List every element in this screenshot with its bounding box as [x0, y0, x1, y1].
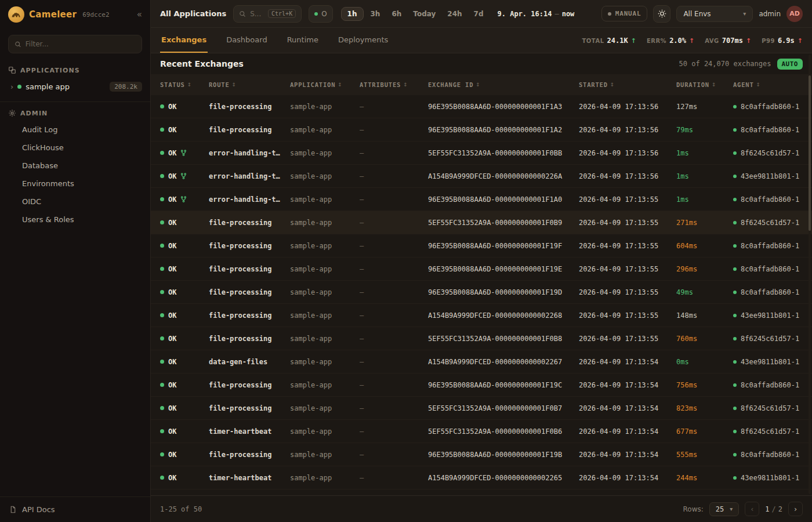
scrollbar-track[interactable] [809, 55, 811, 494]
status-cell: OK [160, 265, 209, 273]
table-row[interactable]: OK file-processing sample-app — 96E395B0… [151, 234, 812, 258]
column-header-status[interactable]: STATUS↕ [160, 81, 209, 88]
table-row[interactable]: OK error-handling-test sample-app — 5EF5… [151, 142, 812, 165]
duration-cell: 148ms [676, 311, 733, 320]
manual-refresh-button[interactable]: MANUAL [601, 6, 648, 21]
column-header-attributes[interactable]: ATTRIBUTES↕ [360, 81, 428, 88]
route-cell: data-gen-files [209, 358, 290, 366]
sidebar-filter [0, 29, 150, 61]
table-row[interactable]: OK error-handling-test sample-app — 96E3… [151, 188, 812, 211]
api-docs-link[interactable]: API Docs [0, 496, 150, 522]
table-row[interactable]: OK file-processing sample-app — 96E395B0… [151, 281, 812, 304]
sidebar-item-audit-log[interactable]: Audit Log [0, 121, 150, 139]
table-row[interactable]: OK file-processing sample-app — 96E395B0… [151, 443, 812, 466]
agent-label: 8f6245c61d57-1 [741, 404, 799, 412]
started-cell: 2026-04-09 17:13:54 [579, 358, 676, 366]
tab-deployments[interactable]: Deployments [337, 28, 389, 53]
table-row[interactable]: OK file-processing sample-app — 96E395B0… [151, 258, 812, 281]
attributes-cell: — [360, 288, 428, 296]
sidebar-item-environments[interactable]: Environments [0, 175, 150, 193]
sidebar-item-oidc[interactable]: OIDC [0, 193, 150, 211]
application-cell: sample-app [290, 427, 360, 436]
duration-cell: 271ms [676, 219, 733, 227]
sidebar-item-users-roles[interactable]: Users & Roles [0, 211, 150, 229]
auto-refresh-badge[interactable]: AUTO [777, 59, 803, 70]
topbar: All Applications S... Ctrl+K O 1h 3h 6h … [151, 0, 812, 28]
duration-cell: 296ms [676, 265, 733, 273]
column-header-application[interactable]: APPLICATION↕ [290, 81, 360, 88]
stat-p99-label: P99 [762, 38, 775, 44]
filter-input-wrapper[interactable] [8, 35, 142, 53]
time-range-6h[interactable]: 6h [387, 7, 406, 21]
exchange-id-cell: 5EF55FC31352A9A-000000000001F0B8 [428, 335, 579, 343]
column-header-agent[interactable]: AGENT↕ [733, 81, 812, 88]
tab-dashboard[interactable]: Dashboard [225, 28, 269, 53]
table-row[interactable]: OK file-processing sample-app — 5EF55FC3… [151, 211, 812, 234]
sidebar-item-clickhouse[interactable]: ClickHouse [0, 139, 150, 157]
exchange-id-cell: 96E395B0088AA6D-000000000001F19E [428, 265, 579, 273]
started-cell: 2026-04-09 17:13:55 [579, 219, 676, 227]
column-header-started[interactable]: STARTED↕ [579, 81, 676, 88]
user-avatar[interactable]: AD [786, 6, 803, 22]
environment-select[interactable]: All Envs ▾ [676, 6, 753, 22]
rows-per-page-select[interactable]: 25 ▾ [709, 502, 739, 516]
status-cell: OK [160, 126, 209, 134]
sidebar-item-sample-app[interactable]: › sample app 208.2k [0, 78, 150, 96]
time-range-today[interactable]: Today [408, 7, 440, 21]
filter-input[interactable] [26, 40, 136, 48]
started-cell: 2026-04-09 17:13:55 [579, 288, 676, 296]
table-row[interactable]: OK error-handling-test sample-app — A154… [151, 165, 812, 188]
sidebar-item-database[interactable]: Database [0, 157, 150, 175]
column-header-exchange-id[interactable]: EXCHANGE ID↕ [428, 81, 579, 88]
fork-icon [180, 173, 187, 179]
exchange-id-cell: A154B9A999DFCED-0000000000002267 [428, 358, 579, 366]
chevron-right-icon[interactable]: › [10, 82, 13, 91]
status-label: OK [168, 381, 176, 389]
application-cell: sample-app [290, 474, 360, 482]
status-label: OK [168, 311, 176, 320]
table-row[interactable]: OK file-processing sample-app — A154B9A9… [151, 304, 812, 327]
page-separator: / [772, 505, 776, 513]
collapse-sidebar-button[interactable]: « [137, 10, 142, 19]
status-label: OK [168, 358, 176, 366]
table-row[interactable]: OK timer-heartbeat sample-app — 5EF55FC3… [151, 420, 812, 443]
sun-icon [658, 9, 666, 18]
time-range-3h[interactable]: 3h [366, 7, 385, 21]
search-placeholder: S... [250, 10, 261, 18]
started-cell: 2026-04-09 17:13:55 [579, 335, 676, 343]
column-header-duration[interactable]: DURATION↕ [676, 81, 733, 88]
status-dot [160, 197, 164, 201]
table-row[interactable]: OK file-processing sample-app — 96E395B0… [151, 374, 812, 397]
started-cell: 2026-04-09 17:13:54 [579, 474, 676, 482]
agent-dot [733, 383, 737, 387]
tabs: Exchanges Dashboard Runtime Deployments [160, 28, 389, 53]
global-search-input[interactable]: S... Ctrl+K [233, 5, 302, 23]
next-page-button[interactable]: › [788, 502, 803, 516]
table-row[interactable]: OK file-processing sample-app — 96E395B0… [151, 95, 812, 118]
sidebar-spacer [0, 229, 150, 496]
previous-page-button[interactable]: ‹ [745, 502, 759, 516]
table-row[interactable]: OK data-gen-files sample-app — A154B9A99… [151, 350, 812, 374]
table-row[interactable]: OK file-processing sample-app — 96E395B0… [151, 118, 812, 142]
tab-exchanges[interactable]: Exchanges [160, 28, 208, 53]
time-range-7d[interactable]: 7d [469, 7, 488, 21]
column-header-route[interactable]: ROUTE↕ [209, 81, 290, 88]
agent-label: 8c0affadb860-1 [741, 126, 799, 134]
tab-runtime[interactable]: Runtime [286, 28, 320, 53]
time-range-24h[interactable]: 24h [443, 7, 466, 21]
table-row[interactable]: OK file-processing sample-app — 5EF55FC3… [151, 327, 812, 350]
table-row[interactable]: OK timer-heartbeat sample-app — A154B9A9… [151, 466, 812, 490]
theme-toggle-button[interactable] [653, 5, 670, 23]
status-cell: OK [160, 311, 209, 320]
scope-selector[interactable]: All Applications [160, 9, 226, 18]
time-range-1h[interactable]: 1h [341, 7, 364, 21]
started-cell: 2026-04-09 17:13:54 [579, 451, 676, 459]
started-cell: 2026-04-09 17:13:56 [579, 126, 676, 134]
status-dot [160, 290, 164, 294]
live-toggle[interactable]: O [309, 5, 332, 23]
scrollbar-thumb[interactable] [809, 75, 811, 231]
trend-up-icon: ↑ [631, 37, 636, 45]
attributes-cell: — [360, 335, 428, 343]
date-range-display[interactable]: 9. Apr. 16:14—now [498, 10, 575, 18]
table-row[interactable]: OK file-processing sample-app — 5EF55FC3… [151, 397, 812, 420]
